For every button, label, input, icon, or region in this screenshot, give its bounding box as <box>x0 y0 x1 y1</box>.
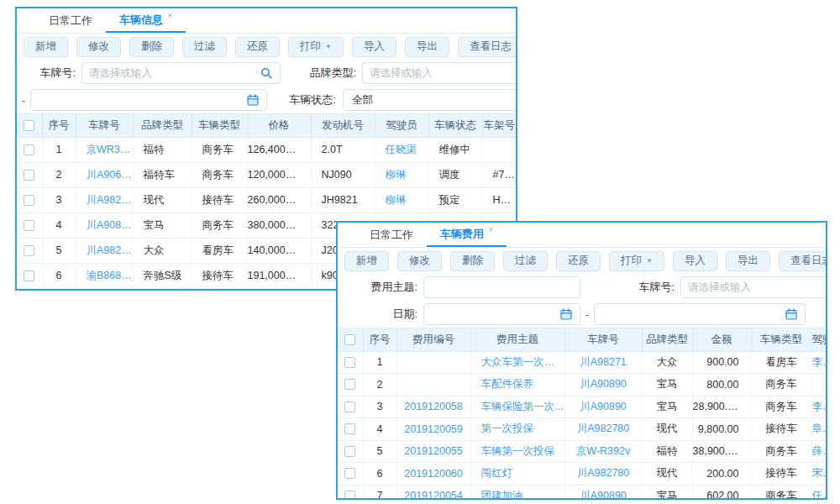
import-button[interactable]: 导入 <box>673 251 717 271</box>
row-checkbox[interactable] <box>344 379 355 390</box>
edit-button[interactable]: 修改 <box>397 251 442 271</box>
calendar-icon[interactable] <box>785 307 798 321</box>
table-cell-link[interactable]: 章燕 <box>811 418 826 441</box>
view-log-button[interactable]: 查看日志 <box>779 251 827 271</box>
select-all-checkbox[interactable] <box>344 334 355 345</box>
tab-vehicle-info[interactable]: 车辆信息 × <box>106 8 186 33</box>
print-button[interactable]: 打印▼ <box>288 37 344 57</box>
add-button[interactable]: 新增 <box>344 251 389 271</box>
table-cell: 宝马 <box>133 213 192 238</box>
table-cell-link[interactable]: 车辆第一次投保 <box>470 440 564 463</box>
table-cell-link[interactable]: 2019120055 <box>396 440 470 463</box>
row-checkbox[interactable] <box>24 220 34 231</box>
table-cell-link[interactable]: 川A98271 <box>564 351 642 374</box>
plate-number-field[interactable] <box>688 281 827 293</box>
tab-close-icon[interactable]: × <box>488 224 493 234</box>
select-all-checkbox[interactable] <box>24 120 34 131</box>
table-cell-link[interactable]: 宋浩然 <box>811 463 826 486</box>
import-button[interactable]: 导入 <box>352 37 396 57</box>
row-checkbox[interactable] <box>24 195 34 206</box>
chevron-down-icon: ▼ <box>325 43 332 50</box>
calendar-icon[interactable] <box>246 93 260 107</box>
tab-vehicle-expense[interactable]: 车辆费用 × <box>427 223 507 247</box>
table-cell-link[interactable]: 柳琳 <box>375 162 428 187</box>
table-cell-link[interactable]: 团建加油 <box>470 485 564 498</box>
table-cell-link[interactable]: 川A982780 <box>564 418 642 441</box>
row-checkbox[interactable] <box>24 245 34 256</box>
row-checkbox[interactable] <box>344 468 355 479</box>
table-cell-link[interactable]: 闯红灯 <box>470 463 564 486</box>
filter-button[interactable]: 过滤 <box>503 251 548 271</box>
table-cell-link[interactable]: 2019120058 <box>396 396 470 418</box>
row-checkbox[interactable] <box>24 144 34 155</box>
table-cell-link[interactable]: 川A90890 <box>76 213 133 238</box>
row-checkbox[interactable] <box>24 170 34 181</box>
add-button[interactable]: 新增 <box>24 37 68 57</box>
table-cell-link[interactable]: 京W-R392v <box>564 440 642 463</box>
table-cell: 2 <box>363 374 396 396</box>
table-cell-link[interactable]: 川A982780 <box>564 463 642 486</box>
print-button[interactable]: 打印▼ <box>609 251 664 271</box>
delete-button[interactable]: 删除 <box>129 37 174 57</box>
checkbox-cell <box>338 485 363 498</box>
row-checkbox[interactable] <box>344 446 355 457</box>
restore-button[interactable]: 还原 <box>556 251 601 271</box>
plate-number-input[interactable] <box>81 62 281 84</box>
expense-subject-input[interactable] <box>423 276 580 298</box>
table-cell-link[interactable]: 川A98271 <box>76 238 133 263</box>
brand-type-field[interactable] <box>370 67 517 79</box>
row-checkbox[interactable] <box>344 357 355 368</box>
date-start-input[interactable] <box>423 303 580 325</box>
restore-button[interactable]: 还原 <box>235 37 280 57</box>
table-cell-link[interactable]: 任晓渠 <box>375 137 428 162</box>
plate-number-field[interactable] <box>89 67 260 79</box>
table-cell-link[interactable]: 川A90890 <box>564 374 642 396</box>
table-cell: 1 <box>363 351 396 374</box>
table-cell-link[interactable]: 李华 <box>811 351 826 374</box>
table-cell-link[interactable]: 京WR392v <box>76 137 133 162</box>
edit-button[interactable]: 修改 <box>76 37 121 57</box>
table-cell-link[interactable]: 川A90890 <box>564 396 642 418</box>
date-end-field[interactable] <box>601 308 785 320</box>
date-end-input[interactable] <box>594 303 806 325</box>
row-checkbox[interactable] <box>344 491 355 498</box>
brand-type-input[interactable] <box>362 62 517 84</box>
table-cell-link[interactable]: 李华 <box>811 396 826 418</box>
expense-subject-field[interactable] <box>431 281 573 293</box>
table-cell-link[interactable]: 柳琳 <box>375 187 428 213</box>
table-cell-link[interactable]: 川A982780 <box>76 187 133 213</box>
row-checkbox[interactable] <box>344 402 355 412</box>
filter-button[interactable]: 过滤 <box>182 37 227 57</box>
table-cell-link[interactable]: 渝B86868 <box>76 263 133 288</box>
table-cell-link[interactable]: 川A90890 <box>564 485 642 498</box>
table-cell-link[interactable]: 2019120054 <box>396 485 470 498</box>
tab-close-icon[interactable]: × <box>167 10 172 20</box>
row-checkbox[interactable] <box>344 423 355 434</box>
delete-button[interactable]: 删除 <box>450 251 495 271</box>
row-checkbox[interactable] <box>24 270 34 281</box>
table-cell-link[interactable]: 川A90678 <box>76 162 133 187</box>
export-button[interactable]: 导出 <box>405 37 449 57</box>
vehicle-status-select[interactable]: 全部 <box>343 89 517 111</box>
table-row: 1大众车第一次年检川A98271大众900.00看房车李华 <box>338 351 826 374</box>
table-cell-link[interactable]: 任晓渠 <box>811 485 826 498</box>
table-cell-link[interactable]: 2019120059 <box>396 418 470 441</box>
table-cell-link[interactable]: 大众车第一次年检 <box>470 351 564 374</box>
calendar-icon[interactable] <box>559 307 573 321</box>
table-cell: 2 <box>42 162 76 187</box>
tab-daily-work[interactable]: 日常工作 <box>35 8 106 33</box>
date-field[interactable] <box>38 94 246 106</box>
plate-number-input[interactable] <box>680 276 827 298</box>
table-cell-link[interactable]: 车辆保险第一次... <box>470 396 564 418</box>
table-cell-link[interactable]: 车配件保养 <box>470 374 564 396</box>
table-cell-link[interactable]: 薛宝峰 <box>811 440 826 463</box>
column-header: 费用编号 <box>396 328 470 351</box>
date-input[interactable] <box>30 89 267 111</box>
table-cell-link[interactable]: 第一次投保 <box>470 418 564 441</box>
search-icon[interactable] <box>260 66 273 80</box>
export-button[interactable]: 导出 <box>726 251 770 271</box>
tab-daily-work[interactable]: 日常工作 <box>356 223 427 247</box>
view-log-button[interactable]: 查看日志 <box>458 37 517 57</box>
table-cell-link[interactable]: 2019120060 <box>396 463 470 486</box>
date-start-field[interactable] <box>431 308 559 320</box>
